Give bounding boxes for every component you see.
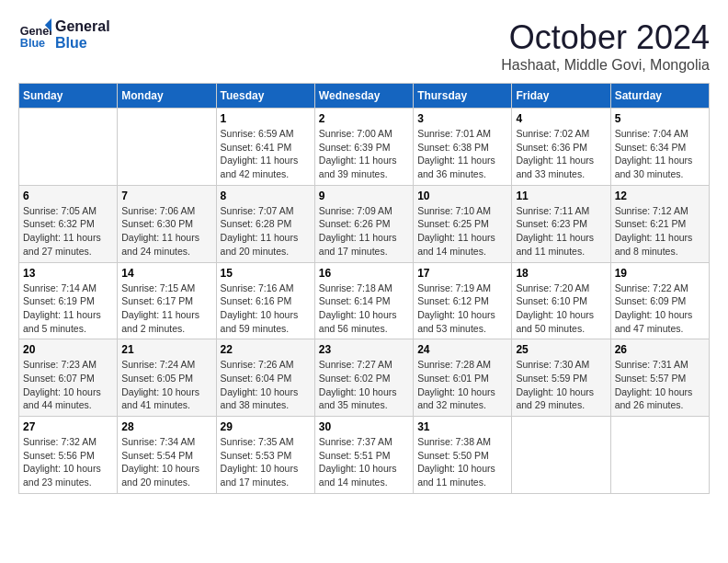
sunset: Sunset: 6:38 PM (417, 142, 489, 153)
calendar-cell: 4 Sunrise: 7:02 AM Sunset: 6:36 PM Dayli… (512, 109, 610, 186)
day-info: Sunrise: 7:20 AM Sunset: 6:10 PM Dayligh… (516, 282, 606, 336)
day-number: 24 (417, 343, 507, 356)
sunset: Sunset: 6:23 PM (516, 218, 587, 229)
day-number: 16 (319, 267, 409, 280)
sunrise: Sunrise: 7:19 AM (417, 282, 491, 293)
sunrise: Sunrise: 7:22 AM (615, 282, 688, 293)
day-info: Sunrise: 7:05 AM Sunset: 6:32 PM Dayligh… (23, 204, 113, 259)
daylight: Daylight: 10 hours and 56 minutes. (319, 309, 397, 334)
daylight: Daylight: 10 hours and 26 minutes. (615, 386, 693, 411)
day-number: 21 (121, 343, 211, 356)
sunset: Sunset: 6:25 PM (417, 218, 489, 229)
sunset: Sunset: 6:14 PM (319, 295, 391, 306)
month-title: October 2024 (501, 18, 710, 57)
calendar-cell: 30 Sunrise: 7:37 AM Sunset: 5:51 PM Dayl… (314, 417, 413, 494)
daylight: Daylight: 10 hours and 53 minutes. (417, 309, 495, 334)
day-number: 22 (221, 343, 311, 356)
day-number: 14 (121, 267, 211, 280)
sunrise: Sunrise: 7:38 AM (417, 436, 491, 447)
sunrise: Sunrise: 7:31 AM (615, 359, 688, 370)
day-number: 13 (23, 267, 113, 280)
sunset: Sunset: 6:30 PM (121, 218, 193, 229)
daylight: Daylight: 10 hours and 11 minutes. (417, 463, 495, 488)
sunrise: Sunrise: 7:30 AM (516, 359, 589, 370)
weekday-header: Thursday (414, 84, 512, 109)
calendar-cell: 2 Sunrise: 7:00 AM Sunset: 6:39 PM Dayli… (314, 109, 413, 186)
sunrise: Sunrise: 7:10 AM (417, 205, 491, 216)
daylight: Daylight: 11 hours and 30 minutes. (615, 155, 693, 179)
sunrise: Sunrise: 7:35 AM (221, 436, 294, 447)
day-info: Sunrise: 7:00 AM Sunset: 6:39 PM Dayligh… (319, 127, 409, 181)
day-info: Sunrise: 7:04 AM Sunset: 6:34 PM Dayligh… (615, 127, 705, 181)
weekday-header: Tuesday (216, 84, 314, 109)
calendar-body: 1 Sunrise: 6:59 AM Sunset: 6:41 PM Dayli… (19, 109, 710, 494)
day-number: 25 (516, 343, 606, 356)
sunrise: Sunrise: 7:28 AM (417, 359, 491, 370)
calendar-cell: 25 Sunrise: 7:30 AM Sunset: 5:59 PM Dayl… (512, 339, 610, 417)
daylight: Daylight: 10 hours and 47 minutes. (615, 309, 693, 334)
day-info: Sunrise: 7:38 AM Sunset: 5:50 PM Dayligh… (417, 435, 507, 489)
day-info: Sunrise: 7:22 AM Sunset: 6:09 PM Dayligh… (615, 282, 705, 336)
sunset: Sunset: 6:07 PM (23, 373, 95, 384)
day-info: Sunrise: 7:27 AM Sunset: 6:02 PM Dayligh… (319, 358, 409, 412)
daylight: Daylight: 10 hours and 41 minutes. (121, 386, 199, 411)
sunset: Sunset: 5:56 PM (23, 450, 95, 461)
day-info: Sunrise: 7:28 AM Sunset: 6:01 PM Dayligh… (417, 358, 507, 412)
sunset: Sunset: 5:51 PM (319, 450, 391, 461)
sunset: Sunset: 6:05 PM (121, 373, 193, 384)
calendar-cell (19, 109, 118, 186)
daylight: Daylight: 10 hours and 50 minutes. (516, 309, 594, 334)
weekday-header: Sunday (19, 84, 118, 109)
day-info: Sunrise: 7:09 AM Sunset: 6:26 PM Dayligh… (319, 204, 409, 259)
daylight: Daylight: 10 hours and 35 minutes. (319, 386, 397, 411)
sunrise: Sunrise: 7:04 AM (615, 128, 688, 139)
daylight: Daylight: 10 hours and 59 minutes. (221, 309, 299, 334)
calendar-cell: 29 Sunrise: 7:35 AM Sunset: 5:53 PM Dayl… (216, 417, 314, 494)
sunset: Sunset: 5:59 PM (516, 373, 587, 384)
calendar-cell: 14 Sunrise: 7:15 AM Sunset: 6:17 PM Dayl… (118, 262, 216, 339)
daylight: Daylight: 11 hours and 20 minutes. (221, 232, 299, 257)
daylight: Daylight: 11 hours and 17 minutes. (319, 232, 397, 257)
calendar-week-row: 1 Sunrise: 6:59 AM Sunset: 6:41 PM Dayli… (19, 109, 710, 186)
sunrise: Sunrise: 7:14 AM (23, 282, 97, 293)
calendar-cell: 7 Sunrise: 7:06 AM Sunset: 6:30 PM Dayli… (118, 185, 216, 262)
day-number: 5 (615, 112, 705, 125)
day-number: 9 (319, 190, 409, 202)
day-number: 30 (319, 420, 409, 433)
day-info: Sunrise: 7:19 AM Sunset: 6:12 PM Dayligh… (417, 282, 507, 336)
sunrise: Sunrise: 7:27 AM (319, 359, 392, 370)
logo-line1: General (55, 18, 110, 35)
day-number: 18 (516, 267, 606, 280)
day-info: Sunrise: 7:30 AM Sunset: 5:59 PM Dayligh… (516, 358, 606, 412)
sunrise: Sunrise: 7:06 AM (121, 205, 195, 216)
daylight: Daylight: 11 hours and 42 minutes. (221, 155, 299, 179)
day-info: Sunrise: 7:37 AM Sunset: 5:51 PM Dayligh… (319, 435, 409, 489)
sunset: Sunset: 6:39 PM (319, 142, 391, 153)
sunrise: Sunrise: 7:09 AM (319, 205, 392, 216)
day-info: Sunrise: 7:34 AM Sunset: 5:54 PM Dayligh… (121, 435, 211, 489)
day-info: Sunrise: 7:31 AM Sunset: 5:57 PM Dayligh… (615, 358, 705, 412)
day-info: Sunrise: 7:26 AM Sunset: 6:04 PM Dayligh… (221, 358, 311, 412)
sunrise: Sunrise: 7:32 AM (23, 436, 97, 447)
day-number: 2 (319, 112, 409, 125)
day-number: 29 (221, 420, 311, 433)
day-number: 6 (23, 190, 113, 202)
day-number: 4 (516, 112, 606, 125)
sunrise: Sunrise: 7:20 AM (516, 282, 589, 293)
sunset: Sunset: 6:21 PM (615, 218, 687, 229)
calendar-cell: 28 Sunrise: 7:34 AM Sunset: 5:54 PM Dayl… (118, 417, 216, 494)
daylight: Daylight: 11 hours and 33 minutes. (516, 155, 594, 179)
sunset: Sunset: 6:01 PM (417, 373, 489, 384)
day-info: Sunrise: 7:23 AM Sunset: 6:07 PM Dayligh… (23, 358, 113, 412)
sunrise: Sunrise: 7:23 AM (23, 359, 97, 370)
daylight: Daylight: 10 hours and 23 minutes. (23, 463, 101, 488)
day-number: 15 (221, 267, 311, 280)
sunset: Sunset: 6:12 PM (417, 295, 489, 306)
calendar-cell: 5 Sunrise: 7:04 AM Sunset: 6:34 PM Dayli… (610, 109, 709, 186)
day-info: Sunrise: 7:32 AM Sunset: 5:56 PM Dayligh… (23, 435, 113, 489)
daylight: Daylight: 11 hours and 39 minutes. (319, 155, 397, 179)
sunset: Sunset: 6:02 PM (319, 373, 391, 384)
sunset: Sunset: 6:10 PM (516, 295, 587, 306)
day-info: Sunrise: 7:15 AM Sunset: 6:17 PM Dayligh… (121, 282, 211, 336)
sunset: Sunset: 5:57 PM (615, 373, 687, 384)
